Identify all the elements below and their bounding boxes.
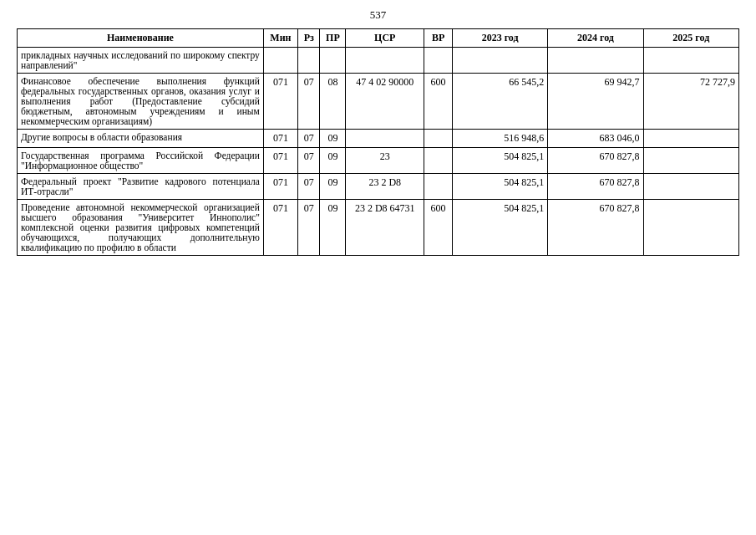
cell-2024: 670 827,8 [548, 200, 643, 256]
main-table: Наименование Мин Рз ПР ЦСР ВР 2023 год 2… [17, 28, 739, 256]
cell-rz: 07 [297, 148, 319, 174]
cell-vr [424, 48, 453, 74]
cell-pr: 09 [320, 200, 346, 256]
cell-name: прикладных научных исследований по широк… [18, 48, 264, 74]
cell-vr [424, 130, 453, 148]
cell-2023 [452, 48, 547, 74]
cell-min: 071 [263, 200, 297, 256]
cell-csr [346, 48, 424, 74]
cell-2023: 504 825,1 [452, 174, 547, 200]
header-csr: ЦСР [346, 29, 424, 48]
cell-2025 [643, 174, 738, 200]
cell-2025 [643, 48, 738, 74]
header-2024: 2024 год [548, 29, 643, 48]
cell-vr: 600 [424, 74, 453, 130]
header-pr: ПР [320, 29, 346, 48]
header-2025: 2025 год [643, 29, 738, 48]
table-header-row: Наименование Мин Рз ПР ЦСР ВР 2023 год 2… [18, 29, 739, 48]
cell-2023: 504 825,1 [452, 200, 547, 256]
cell-rz: 07 [297, 174, 319, 200]
cell-pr [320, 48, 346, 74]
cell-rz: 07 [297, 200, 319, 256]
cell-name: Государственная программа Российской Фед… [18, 148, 264, 174]
table-row: Другие вопросы в области образования0710… [18, 130, 739, 148]
cell-rz: 07 [297, 130, 319, 148]
table-row: Государственная программа Российской Фед… [18, 148, 739, 174]
cell-2024: 670 827,8 [548, 174, 643, 200]
cell-min: 071 [263, 74, 297, 130]
cell-2024: 69 942,7 [548, 74, 643, 130]
cell-csr: 23 2 D8 [346, 174, 424, 200]
cell-min [263, 48, 297, 74]
page-container: 537 Наименование Мин Рз ПР ЦСР ВР 2023 г… [0, 0, 756, 535]
cell-2025 [643, 200, 738, 256]
cell-csr: 23 2 D8 64731 [346, 200, 424, 256]
cell-vr: 600 [424, 200, 453, 256]
cell-name: Проведение автономной некоммерческой орг… [18, 200, 264, 256]
cell-pr: 09 [320, 148, 346, 174]
cell-vr [424, 148, 453, 174]
cell-pr: 08 [320, 74, 346, 130]
header-min: Мин [263, 29, 297, 48]
header-rz: Рз [297, 29, 319, 48]
table-row: прикладных научных исследований по широк… [18, 48, 739, 74]
header-2023: 2023 год [452, 29, 547, 48]
cell-2023: 504 825,1 [452, 148, 547, 174]
table-row: Федеральный проект "Развитие кадрового п… [18, 174, 739, 200]
cell-2025 [643, 130, 738, 148]
cell-name: Другие вопросы в области образования [18, 130, 264, 148]
header-name: Наименование [18, 29, 264, 48]
cell-2023: 66 545,2 [452, 74, 547, 130]
cell-rz [297, 48, 319, 74]
cell-2024: 670 827,8 [548, 148, 643, 174]
cell-pr: 09 [320, 130, 346, 148]
cell-2023: 516 948,6 [452, 130, 547, 148]
cell-2024 [548, 48, 643, 74]
cell-name: Федеральный проект "Развитие кадрового п… [18, 174, 264, 200]
table-row: Проведение автономной некоммерческой орг… [18, 200, 739, 256]
cell-min: 071 [263, 130, 297, 148]
cell-csr [346, 130, 424, 148]
cell-rz: 07 [297, 74, 319, 130]
cell-2024: 683 046,0 [548, 130, 643, 148]
cell-vr [424, 174, 453, 200]
table-row: Финансовое обеспечение выполнения функци… [18, 74, 739, 130]
cell-min: 071 [263, 148, 297, 174]
cell-2025: 72 727,9 [643, 74, 738, 130]
cell-name: Финансовое обеспечение выполнения функци… [18, 74, 264, 130]
cell-min: 071 [263, 174, 297, 200]
cell-pr: 09 [320, 174, 346, 200]
cell-2025 [643, 148, 738, 174]
header-vr: ВР [424, 29, 453, 48]
page-number: 537 [17, 8, 739, 22]
cell-csr: 23 [346, 148, 424, 174]
cell-csr: 47 4 02 90000 [346, 74, 424, 130]
